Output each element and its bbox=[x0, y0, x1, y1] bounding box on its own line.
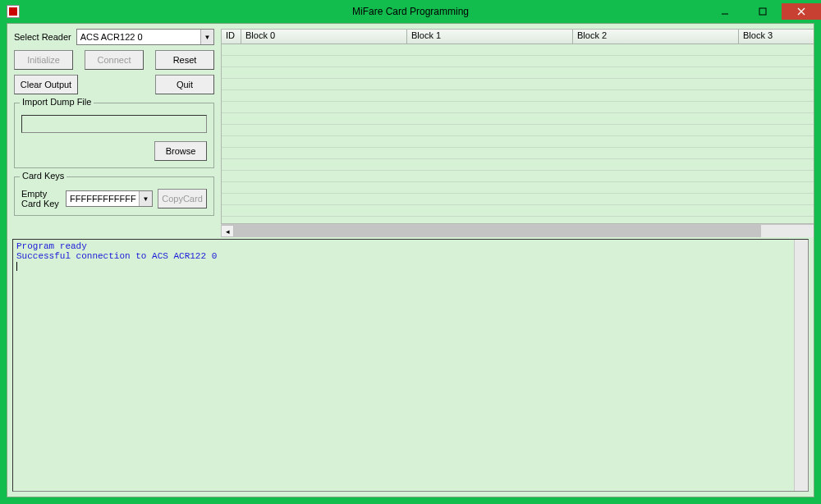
table-row[interactable] bbox=[222, 159, 814, 171]
table-row[interactable] bbox=[222, 217, 814, 223]
import-dump-path-input[interactable] bbox=[21, 115, 207, 133]
log-line: Program ready bbox=[16, 241, 805, 251]
right-panel: IDBlock 0Block 1Block 2Block 3 ◂ ▸ bbox=[221, 24, 814, 237]
select-reader-row: Select Reader ACS ACR122 0 ▼ bbox=[14, 29, 214, 45]
table-row[interactable] bbox=[222, 90, 814, 102]
empty-card-key-value: FFFFFFFFFFFF bbox=[70, 194, 136, 204]
app-window: MiFare Card Programming Select Reader AC… bbox=[0, 0, 821, 504]
column-header[interactable]: Block 0 bbox=[241, 30, 407, 44]
table-row[interactable] bbox=[222, 205, 814, 217]
copy-card-button[interactable]: CopyCard bbox=[158, 189, 207, 208]
table-row[interactable] bbox=[222, 182, 814, 194]
empty-card-key-label: Empty Card Key bbox=[21, 189, 61, 208]
close-icon bbox=[797, 7, 805, 16]
column-header[interactable]: Block 1 bbox=[407, 30, 573, 44]
maximize-button[interactable] bbox=[744, 3, 782, 20]
clear-output-button[interactable]: Clear Output bbox=[14, 75, 78, 94]
table-row[interactable] bbox=[222, 194, 814, 205]
table-row[interactable] bbox=[222, 113, 814, 125]
block-table[interactable]: IDBlock 0Block 1Block 2Block 3 bbox=[221, 29, 814, 224]
scroll-left-button[interactable]: ◂ bbox=[221, 225, 234, 237]
quit-button[interactable]: Quit bbox=[155, 75, 214, 94]
chevron-down-icon: ▼ bbox=[139, 191, 152, 206]
output-log[interactable]: Program readySuccessful connection to AC… bbox=[12, 239, 809, 492]
table-row[interactable] bbox=[222, 148, 814, 159]
maximize-icon bbox=[759, 7, 767, 16]
connect-button[interactable]: Connect bbox=[85, 50, 144, 70]
card-keys-legend: Card Keys bbox=[20, 171, 67, 181]
select-reader-combo[interactable]: ACS ACR122 0 ▼ bbox=[76, 29, 214, 45]
window-title: MiFare Card Programming bbox=[0, 6, 821, 17]
close-button[interactable] bbox=[782, 3, 821, 20]
table-row[interactable] bbox=[222, 125, 814, 136]
svg-rect-1 bbox=[759, 8, 766, 15]
browse-button[interactable]: Browse bbox=[154, 141, 207, 161]
select-reader-value: ACS ACR122 0 bbox=[80, 32, 143, 42]
top-area: Select Reader ACS ACR122 0 ▼ Initialize … bbox=[7, 24, 814, 237]
select-reader-label: Select Reader bbox=[14, 32, 71, 42]
minimize-button[interactable] bbox=[706, 3, 744, 20]
chevron-down-icon: ▼ bbox=[200, 30, 213, 44]
table-row[interactable] bbox=[222, 67, 814, 79]
app-icon bbox=[7, 5, 20, 18]
reset-button[interactable]: Reset bbox=[155, 50, 214, 70]
table-row[interactable] bbox=[222, 171, 814, 182]
table-row[interactable] bbox=[222, 56, 814, 67]
table-row[interactable] bbox=[222, 79, 814, 90]
import-dump-legend: Import Dump File bbox=[20, 97, 94, 107]
scroll-thumb[interactable] bbox=[234, 225, 761, 237]
button-row-1: Initialize Connect Reset bbox=[14, 50, 214, 70]
window-controls bbox=[706, 3, 821, 20]
table-row[interactable] bbox=[222, 44, 814, 56]
import-dump-group: Import Dump File Browse bbox=[14, 103, 214, 168]
table-row[interactable] bbox=[222, 136, 814, 148]
column-header[interactable]: Block 3 bbox=[739, 30, 814, 44]
table-row[interactable] bbox=[222, 102, 814, 113]
column-header[interactable]: Block 2 bbox=[573, 30, 739, 44]
log-line: Successful connection to ACS ACR122 0 bbox=[16, 251, 805, 261]
horizontal-scrollbar[interactable]: ◂ ▸ bbox=[221, 224, 814, 237]
table-body[interactable] bbox=[222, 44, 814, 223]
initialize-button[interactable]: Initialize bbox=[14, 50, 73, 70]
card-keys-group: Card Keys Empty Card Key FFFFFFFFFFFF ▼ … bbox=[14, 176, 214, 216]
minimize-icon bbox=[721, 7, 729, 16]
titlebar[interactable]: MiFare Card Programming bbox=[0, 0, 821, 23]
client-area: Select Reader ACS ACR122 0 ▼ Initialize … bbox=[7, 23, 814, 497]
left-panel: Select Reader ACS ACR122 0 ▼ Initialize … bbox=[7, 24, 221, 237]
button-row-2: Clear Output Quit bbox=[14, 75, 214, 94]
column-header[interactable]: ID bbox=[222, 30, 241, 44]
scroll-track[interactable] bbox=[234, 225, 814, 237]
empty-card-key-combo[interactable]: FFFFFFFFFFFF ▼ bbox=[66, 190, 153, 207]
table-header: IDBlock 0Block 1Block 2Block 3 bbox=[222, 30, 814, 44]
